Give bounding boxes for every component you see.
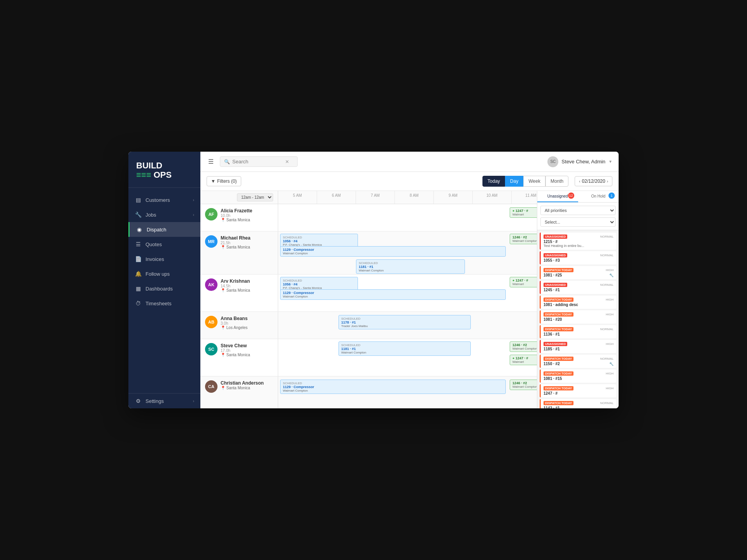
sidebar-item-dispatch[interactable]: ◉ Dispatch — [128, 222, 200, 237]
menu-icon[interactable]: ☰ — [207, 156, 215, 167]
sidebar-item-jobs[interactable]: 🔧 Jobs › — [128, 207, 200, 222]
tech-name: Michael Rhea — [221, 235, 273, 241]
list-item[interactable]: UNASSIGNED HIGH 1185 · #1 — [540, 340, 616, 353]
user-dropdown-icon[interactable]: ▼ — [608, 159, 612, 164]
settings-section: ⚙ Settings › — [128, 393, 200, 408]
list-item[interactable]: 1246 · #2 Walmart Compton — [510, 234, 537, 244]
list-item[interactable]: ● 1247 · # Walmart — [510, 207, 537, 218]
job-icon: 🔧 — [609, 273, 614, 277]
today-button[interactable]: Today — [482, 176, 505, 187]
list-item[interactable]: DISPATCH TODAY NORMAL 1142 · #1 — [540, 399, 616, 408]
tech-name: Anna Beans — [221, 316, 273, 321]
nav-section: ▤ Customers › 🔧 Jobs › ◉ Dispatch ☰ Quot… — [128, 188, 200, 393]
date-next-icon[interactable]: › — [607, 179, 608, 184]
list-item[interactable]: DISPATCH TODAY NORMAL 1136 · #1 — [540, 325, 616, 338]
timesheets-icon: ⏱ — [135, 300, 142, 306]
filters-button[interactable]: ▼ Filters (0) — [207, 176, 241, 186]
secondary-filter[interactable]: Select... — [540, 217, 615, 227]
avatar: CA — [205, 380, 217, 393]
search-box[interactable]: 🔍 ✕ — [220, 156, 298, 167]
topbar: ☰ 🔍 ✕ SC Steve Chew, Admin ▼ — [200, 152, 619, 172]
tech-hours: 17.0h — [221, 348, 273, 353]
week-button[interactable]: Week — [523, 176, 545, 187]
sidebar-label-invoices: Invoices — [146, 256, 194, 262]
list-item[interactable]: SCHEDULED 1181 · #1 Walmart Compton — [356, 259, 465, 274]
dispatch-area: 12am - 12am 5 AM 6 AM 7 AM 8 AM 9 AM 10 … — [200, 191, 619, 408]
tab-unassigned[interactable]: Unassigned 12 — [537, 191, 578, 202]
list-item[interactable]: ● 1247 · # Walmart — [510, 277, 537, 287]
list-item[interactable]: 1246 · #2 Walmart Compton — [510, 380, 537, 390]
tech-info-christian: CA Christian Anderson 📍 Santa Monica — [200, 376, 278, 408]
customers-icon: ▤ — [135, 197, 142, 203]
logo: BUILD ≡≡≡ OPS — [128, 152, 200, 188]
list-item[interactable]: DISPATCH TODAY HIGH 1081 · #20 — [540, 310, 616, 324]
time-8am: 8 AM — [395, 191, 434, 204]
sidebar-item-invoices[interactable]: 📄 Invoices — [128, 252, 200, 266]
dispatch-toolbar: ▼ Filters (0) Today Day Week Month ‹ 02/… — [200, 172, 619, 191]
calendar-section: 12am - 12am 5 AM 6 AM 7 AM 8 AM 9 AM 10 … — [200, 191, 537, 408]
time-6am: 6 AM — [317, 191, 356, 204]
panel-tabs: Unassigned 12 On Hold 1 — [537, 191, 619, 203]
tab-onhold[interactable]: On Hold 1 — [578, 191, 619, 202]
list-item[interactable]: SCHEDULED 1178 · #1 Trader Joes Malibu — [338, 315, 471, 329]
tech-details: Michael Rhea 21.5h 📍 Santa Monica — [221, 235, 273, 249]
technician-rows: AF Alicia Frazette 10.0h 📍 Santa Monica … — [200, 204, 537, 408]
day-button[interactable]: Day — [505, 176, 523, 187]
list-item[interactable]: UNASSIGNED NORMAL 1215 · # Test Heating … — [540, 233, 616, 250]
timezone-select[interactable]: 12am - 12am — [237, 193, 273, 201]
list-item[interactable]: DISPATCH TODAY HIGH 1081 · #15 — [540, 369, 616, 383]
list-item[interactable]: 1129 · Compressor Walmart Compton — [280, 289, 506, 300]
sidebar-item-settings[interactable]: ⚙ Settings › — [128, 394, 200, 408]
list-item[interactable]: UNASSIGNED NORMAL 1055 · #3 — [540, 251, 616, 264]
list-item[interactable]: DISPATCH TODAY HIGH 1247 · # — [540, 384, 616, 397]
panel-jobs-list: UNASSIGNED NORMAL 1215 · # Test Heating … — [537, 230, 619, 408]
list-item[interactable]: DISPATCH TODAY HIGH 1081 · #25 🔧 — [540, 266, 616, 279]
table-row: MR Michael Rhea 21.5h 📍 Santa Monica SCH… — [200, 231, 537, 275]
tech-timeline-thurain: ● 1250 · breaker — [278, 408, 537, 408]
customers-arrow-icon: › — [193, 198, 194, 202]
tech-name: Christian Anderson — [221, 380, 273, 386]
sidebar-label-followups: Follow ups — [146, 271, 194, 277]
sidebar-item-customers[interactable]: ▤ Customers › — [128, 192, 200, 207]
sidebar-item-dashboards[interactable]: ▦ Dashboards — [128, 281, 200, 296]
avatar: MR — [205, 235, 217, 248]
sidebar-item-quotes[interactable]: ☰ Quotes — [128, 237, 200, 252]
sidebar-label-dashboards: Dashboards — [146, 286, 194, 292]
sidebar-label-settings: Settings — [146, 398, 193, 404]
date-prev-icon[interactable]: ‹ — [579, 179, 580, 184]
topbar-right: SC Steve Chew, Admin ▼ — [547, 156, 612, 167]
time-5am: 5 AM — [278, 191, 317, 204]
tech-info-michael: MR Michael Rhea 21.5h 📍 Santa Monica — [200, 231, 278, 274]
list-item[interactable]: SCHEDULED 1129 · Compressor Walmart Comp… — [280, 380, 506, 394]
list-item[interactable]: ● 1247 · # Walmart — [510, 355, 537, 365]
job-icon: 🔧 — [609, 362, 614, 366]
search-clear-icon[interactable]: ✕ — [285, 159, 289, 164]
search-icon: 🔍 — [224, 159, 230, 164]
tech-timeline-alicia: ● 1247 · # Walmart — [278, 204, 537, 231]
list-item[interactable]: SCHEDULED 1181 · #1 Walmart Compton — [338, 341, 471, 356]
logo-text: BUILD ≡≡≡ OPS — [136, 161, 193, 180]
sidebar: BUILD ≡≡≡ OPS ▤ Customers › 🔧 Jobs › ◉ D… — [128, 152, 200, 408]
list-item[interactable]: 1129 · Compressor Walmart Compton — [280, 246, 506, 257]
list-item[interactable]: DISPATCH TODAY NORMAL 1150 · #2 🔧 — [540, 355, 616, 368]
priority-filter[interactable]: All priorities — [540, 206, 615, 215]
avatar: AF — [205, 208, 217, 220]
sidebar-item-followups[interactable]: 🔔 Follow ups — [128, 266, 200, 281]
time-header: 12am - 12am 5 AM 6 AM 7 AM 8 AM 9 AM 10 … — [200, 191, 537, 204]
sidebar-item-timesheets[interactable]: ⏱ Timesheets — [128, 296, 200, 311]
search-input[interactable] — [232, 159, 283, 164]
dispatch-icon: ◉ — [136, 226, 143, 233]
month-button[interactable]: Month — [545, 176, 568, 187]
list-item[interactable]: DISPATCH TODAY HIGH 1081 · adding desc — [540, 296, 616, 309]
tech-timeline-steve: SCHEDULED 1181 · #1 Walmart Compton 1246… — [278, 339, 537, 376]
tech-hours: 14.5h — [221, 284, 273, 288]
time-slots-header: 5 AM 6 AM 7 AM 8 AM 9 AM 10 AM 11 AM — [278, 191, 537, 204]
time-11am: 11 AM — [512, 191, 537, 204]
tech-location: 📍 Santa Monica — [221, 288, 273, 292]
list-item[interactable]: UNASSIGNED NORMAL 1245 · #1 — [540, 281, 616, 294]
list-item[interactable]: 1246 · #2 Walmart Compton — [510, 341, 537, 352]
time-10am: 10 AM — [473, 191, 512, 204]
time-9am: 9 AM — [434, 191, 473, 204]
onhold-count-badge: 1 — [608, 192, 615, 199]
unassigned-count-badge: 12 — [568, 192, 574, 199]
